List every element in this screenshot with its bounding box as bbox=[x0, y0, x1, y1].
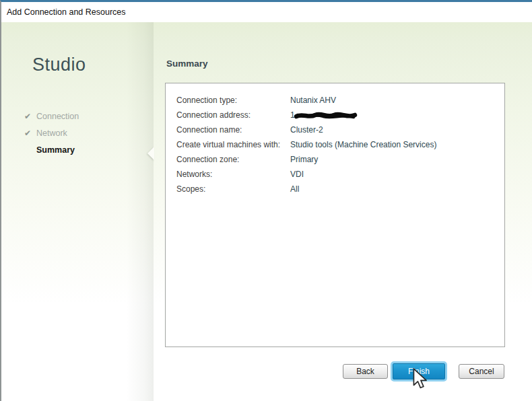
sidebar-step-summary: Summary bbox=[1, 142, 154, 159]
finish-button[interactable]: Finish bbox=[391, 361, 447, 381]
row-label: Create virtual machines with: bbox=[176, 137, 290, 152]
summary-row: Connection zone: Primary bbox=[176, 152, 504, 167]
wizard-steps: ✔Connection ✔Network Summary bbox=[1, 108, 154, 159]
step-label: Summary bbox=[36, 145, 75, 155]
summary-box: Connection type: Nutanix AHV Connection … bbox=[165, 83, 505, 347]
summary-rows: Connection type: Nutanix AHV Connection … bbox=[166, 83, 504, 196]
sidebar-step-connection[interactable]: ✔Connection bbox=[1, 108, 154, 125]
summary-row: Connection address: 1 bbox=[176, 108, 504, 122]
summary-row: Connection name: Cluster-2 bbox=[176, 122, 504, 137]
row-label: Connection type: bbox=[176, 93, 290, 108]
row-value: 1 bbox=[290, 108, 358, 122]
row-value: VDI bbox=[290, 167, 304, 182]
row-label: Scopes: bbox=[176, 182, 290, 196]
redaction-scribble-icon bbox=[294, 111, 358, 120]
sidebar-step-network[interactable]: ✔Network bbox=[1, 125, 154, 142]
page-title: Summary bbox=[166, 59, 208, 69]
step-label: Network bbox=[36, 129, 67, 138]
wizard-dialog: Add Connection and Resources Studio ✔Con… bbox=[0, 0, 532, 401]
summary-row: Create virtual machines with: Studio too… bbox=[176, 137, 504, 152]
summary-row: Scopes: All bbox=[176, 182, 504, 196]
row-label: Connection zone: bbox=[176, 152, 290, 167]
check-icon: ✔ bbox=[24, 125, 31, 142]
row-value: Studio tools (Machine Creation Services) bbox=[290, 137, 436, 152]
row-value: All bbox=[290, 182, 299, 196]
row-label: Connection address: bbox=[176, 108, 290, 122]
row-value: Cluster-2 bbox=[290, 122, 323, 137]
summary-row: Connection type: Nutanix AHV bbox=[176, 93, 504, 108]
titlebar: Add Connection and Resources bbox=[1, 2, 532, 22]
row-value: Nutanix AHV bbox=[290, 93, 336, 108]
back-button[interactable]: Back bbox=[343, 364, 388, 379]
cancel-button[interactable]: Cancel bbox=[459, 364, 504, 379]
window-title: Add Connection and Resources bbox=[7, 2, 126, 22]
step-label: Connection bbox=[36, 112, 79, 121]
check-icon: ✔ bbox=[24, 108, 31, 125]
wizard-sidebar: Studio ✔Connection ✔Network Summary bbox=[1, 22, 154, 401]
row-label: Connection name: bbox=[176, 122, 290, 137]
current-step-notch-icon bbox=[147, 147, 154, 160]
row-label: Networks: bbox=[176, 167, 290, 182]
studio-brand: Studio bbox=[32, 54, 86, 75]
summary-row: Networks: VDI bbox=[176, 167, 504, 182]
row-value: Primary bbox=[290, 152, 318, 167]
